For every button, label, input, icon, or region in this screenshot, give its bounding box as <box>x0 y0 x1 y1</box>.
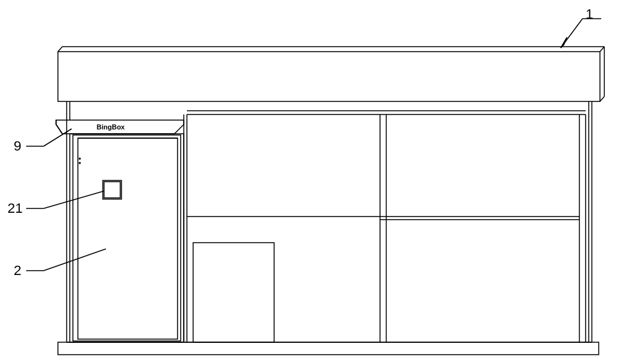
svg-rect-18 <box>103 180 121 199</box>
svg-line-1 <box>58 47 62 52</box>
ref-label-1: 1 <box>586 6 593 22</box>
svg-line-37 <box>58 338 62 342</box>
svg-line-42 <box>44 129 72 146</box>
svg-line-10 <box>56 124 62 134</box>
svg-point-17 <box>79 162 80 164</box>
svg-rect-14 <box>78 138 178 339</box>
brand-text: BingBox <box>97 123 125 131</box>
svg-rect-36 <box>58 342 599 355</box>
svg-point-16 <box>79 158 80 159</box>
svg-rect-13 <box>73 135 181 341</box>
ref-label-2: 2 <box>14 263 21 279</box>
svg-rect-12 <box>70 134 184 342</box>
svg-rect-34 <box>193 243 274 342</box>
svg-rect-19 <box>104 182 120 198</box>
svg-line-2 <box>600 47 604 52</box>
ref-label-9: 9 <box>14 138 21 154</box>
svg-line-4 <box>600 96 604 101</box>
ref-label-21: 21 <box>7 200 22 217</box>
svg-rect-0 <box>58 52 600 101</box>
technical-drawing <box>0 0 623 364</box>
svg-line-46 <box>44 249 106 271</box>
svg-line-44 <box>44 191 104 208</box>
